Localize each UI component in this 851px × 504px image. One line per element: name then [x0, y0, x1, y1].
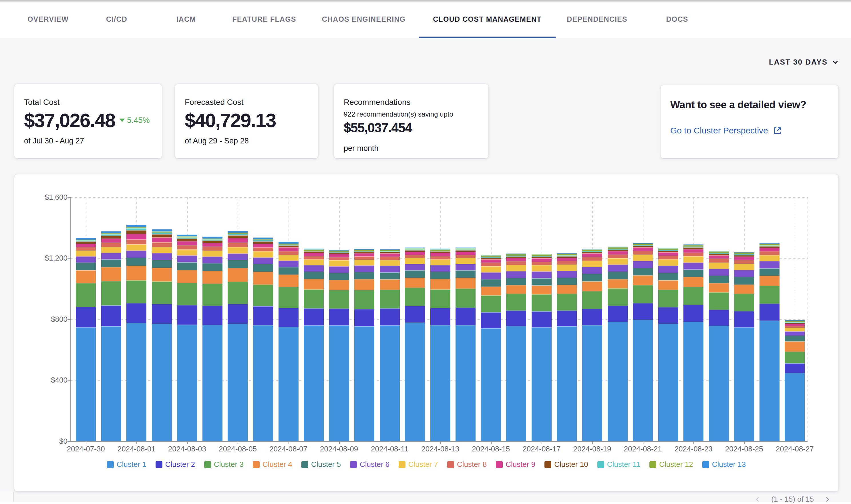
bar-segment-cluster-2[interactable]: [126, 303, 146, 323]
bar-segment-cluster-1[interactable]: [734, 327, 754, 441]
bar-segment-cluster-8[interactable]: [253, 248, 273, 251]
bar-segment-cluster-9[interactable]: [532, 258, 552, 262]
bar-segment-cluster-6[interactable]: [228, 253, 248, 260]
bar-segment-cluster-1[interactable]: [481, 328, 501, 441]
tab-cloud-cost-management[interactable]: CLOUD COST MANAGEMENT: [419, 0, 556, 38]
bar-segment-cluster-6[interactable]: [177, 255, 197, 262]
bar-segment-cluster-6[interactable]: [101, 253, 121, 259]
bar-segment-cluster-4[interactable]: [177, 270, 197, 283]
bar-segment-cluster-9[interactable]: [582, 253, 602, 257]
bar-segment-cluster-5[interactable]: [329, 273, 349, 280]
bar-segment-cluster-2[interactable]: [582, 309, 602, 325]
bar-segment-cluster-5[interactable]: [152, 260, 172, 268]
stacked-bar-2024-08-12[interactable]: [405, 248, 425, 441]
bar-segment-cluster-8[interactable]: [633, 251, 653, 255]
bar-segment-cluster-6[interactable]: [760, 261, 780, 268]
bar-segment-cluster-2[interactable]: [76, 307, 96, 327]
bar-segment-cluster-8[interactable]: [532, 262, 552, 266]
bar-segment-cluster-8[interactable]: [228, 242, 248, 247]
bar-segment-cluster-6[interactable]: [430, 265, 450, 272]
bar-segment-cluster-9[interactable]: [126, 234, 146, 239]
bar-segment-cluster-4[interactable]: [709, 283, 729, 292]
bar-segment-cluster-7[interactable]: [304, 259, 324, 265]
bar-segment-cluster-3[interactable]: [481, 295, 501, 312]
bar-segment-cluster-6[interactable]: [506, 271, 526, 278]
bar-segment-cluster-4[interactable]: [354, 279, 374, 290]
bar-segment-cluster-2[interactable]: [658, 307, 678, 324]
bar-segment-cluster-3[interactable]: [683, 287, 704, 305]
bar-segment-cluster-8[interactable]: [279, 251, 298, 255]
bar-segment-cluster-2[interactable]: [304, 308, 324, 325]
bar-segment-cluster-1[interactable]: [709, 326, 729, 441]
bar-segment-cluster-6[interactable]: [329, 266, 349, 273]
bar-segment-cluster-6[interactable]: [126, 251, 146, 258]
cluster-perspective-link[interactable]: Go to Cluster Perspective: [670, 126, 782, 136]
tab-chaos-engineering[interactable]: CHAOS ENGINEERING: [308, 0, 420, 38]
bar-segment-cluster-8[interactable]: [760, 251, 780, 255]
stacked-bar-2024-08-11[interactable]: [380, 249, 400, 441]
bar-segment-cluster-5[interactable]: [203, 263, 223, 271]
bar-segment-cluster-7[interactable]: [658, 259, 678, 266]
bar-segment-cluster-5[interactable]: [279, 267, 298, 274]
stacked-bar-2024-08-14[interactable]: [455, 248, 475, 441]
bar-segment-cluster-1[interactable]: [785, 373, 805, 441]
bar-segment-cluster-6[interactable]: [557, 271, 577, 278]
stacked-bar-2024-08-21[interactable]: [633, 243, 653, 441]
stacked-bar-2024-08-08[interactable]: [304, 249, 324, 441]
bar-segment-cluster-6[interactable]: [152, 253, 172, 260]
bar-segment-cluster-3[interactable]: [101, 281, 121, 305]
tab-dependencies[interactable]: DEPENDENCIES: [553, 0, 642, 38]
bar-segment-cluster-5[interactable]: [455, 270, 475, 277]
bar-segment-cluster-2[interactable]: [430, 308, 450, 325]
bar-segment-cluster-2[interactable]: [329, 309, 349, 325]
bar-segment-cluster-9[interactable]: [481, 259, 501, 263]
bar-segment-cluster-5[interactable]: [633, 268, 653, 275]
tab-overview[interactable]: OVERVIEW: [13, 0, 83, 38]
bar-segment-cluster-4[interactable]: [608, 279, 628, 289]
bar-segment-cluster-3[interactable]: [633, 285, 653, 303]
bar-segment-cluster-7[interactable]: [329, 260, 349, 266]
bar-segment-cluster-3[interactable]: [557, 294, 577, 310]
bar-segment-cluster-5[interactable]: [760, 268, 780, 276]
bar-segment-cluster-2[interactable]: [354, 309, 374, 326]
bar-segment-cluster-3[interactable]: [760, 286, 780, 304]
bar-segment-cluster-7[interactable]: [279, 255, 298, 260]
bar-segment-cluster-7[interactable]: [354, 260, 374, 266]
bar-segment-cluster-5[interactable]: [177, 262, 197, 270]
bar-segment-cluster-9[interactable]: [279, 248, 298, 251]
legend-item-cluster-4[interactable]: Cluster 4: [253, 460, 292, 469]
bar-segment-cluster-10[interactable]: [228, 235, 248, 238]
bar-segment-cluster-4[interactable]: [76, 270, 96, 283]
bar-segment-cluster-9[interactable]: [152, 237, 172, 242]
bar-segment-cluster-5[interactable]: [506, 278, 526, 285]
bar-segment-cluster-3[interactable]: [455, 289, 475, 308]
bar-segment-cluster-7[interactable]: [633, 255, 653, 261]
bar-segment-cluster-7[interactable]: [506, 265, 526, 271]
bar-segment-cluster-13[interactable]: [177, 235, 197, 237]
bar-segment-cluster-8[interactable]: [177, 245, 197, 249]
bar-segment-cluster-7[interactable]: [557, 265, 577, 271]
bar-segment-cluster-2[interactable]: [683, 305, 704, 322]
bar-segment-cluster-5[interactable]: [76, 263, 96, 271]
bar-segment-cluster-5[interactable]: [734, 277, 754, 284]
bar-segment-cluster-2[interactable]: [557, 310, 577, 326]
bar-segment-cluster-8[interactable]: [430, 256, 450, 259]
bar-segment-cluster-5[interactable]: [380, 272, 400, 280]
bar-segment-cluster-8[interactable]: [608, 255, 628, 258]
bar-segment-cluster-9[interactable]: [430, 253, 450, 256]
stacked-bar-2024-07-30[interactable]: [76, 238, 96, 441]
bar-segment-cluster-8[interactable]: [354, 256, 374, 260]
bar-segment-cluster-5[interactable]: [253, 264, 273, 272]
bar-segment-cluster-1[interactable]: [582, 325, 602, 441]
stacked-bar-2024-08-15[interactable]: [481, 255, 501, 441]
bar-segment-cluster-5[interactable]: [582, 274, 602, 282]
bar-segment-cluster-6[interactable]: [481, 272, 501, 279]
stacked-bar-2024-08-22[interactable]: [658, 248, 678, 441]
bar-segment-cluster-9[interactable]: [380, 253, 400, 256]
bar-segment-cluster-8[interactable]: [304, 256, 324, 259]
bar-segment-cluster-9[interactable]: [329, 254, 349, 257]
bar-segment-cluster-8[interactable]: [76, 247, 96, 251]
stacked-bar-2024-08-02[interactable]: [152, 229, 172, 441]
bar-segment-cluster-3[interactable]: [734, 294, 754, 311]
bar-segment-cluster-3[interactable]: [582, 291, 602, 309]
